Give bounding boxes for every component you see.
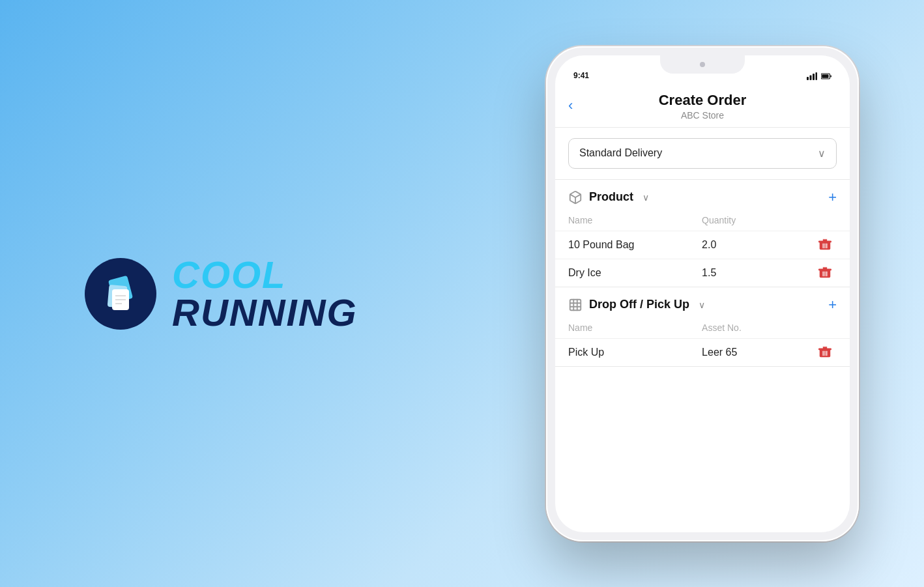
logo-cool-text: COOL	[172, 256, 358, 294]
product-icon	[568, 190, 583, 205]
logo-text: COOL RUNNING	[172, 256, 358, 332]
trash-icon	[818, 238, 832, 252]
product-table-header: Name Quantity	[555, 212, 850, 231]
dropoff-chevron-icon: ∨	[699, 300, 705, 310]
product-col-name: Name	[568, 215, 702, 225]
phone-mockup: 9:41 ‹ Create Order ABC Store Standard	[546, 46, 859, 541]
dropoff-add-button[interactable]: +	[828, 296, 837, 313]
product-section: Product ∨ + Name Quantity 10 Pound Bag	[555, 180, 850, 287]
dropoff-table-header: Name Asset No.	[555, 320, 850, 338]
dropoff-section-header: Drop Off / Pick Up ∨ +	[555, 287, 850, 320]
dropoff-section-left: Drop Off / Pick Up ∨	[568, 298, 705, 312]
dropoff-section-title: Drop Off / Pick Up	[589, 298, 689, 311]
dropoff-row-1: Pick Up Leer 65	[555, 338, 850, 366]
delivery-section: Standard Delivery ∨	[555, 128, 850, 180]
dropoff-row-1-asset: Leer 65	[702, 347, 813, 358]
svg-rect-12	[830, 75, 831, 77]
dropoff-section: Drop Off / Pick Up ∨ + Name Asset No. Pi…	[555, 287, 850, 367]
signal-icon	[807, 72, 817, 80]
product-row-2-delete[interactable]	[813, 266, 837, 280]
product-section-header: Product ∨ +	[555, 180, 850, 212]
phone-notch	[660, 55, 745, 74]
phone-shell: 9:41 ‹ Create Order ABC Store Standard	[546, 46, 859, 541]
logo-circle	[85, 258, 156, 330]
phone-screen: 9:41 ‹ Create Order ABC Store Standard	[555, 55, 850, 532]
product-col-quantity: Quantity	[702, 215, 813, 225]
product-row-2: Dry Ice 1.5	[555, 259, 850, 287]
svg-rect-8	[813, 74, 815, 80]
dropoff-row-1-name: Pick Up	[568, 347, 702, 358]
product-section-left: Product ∨	[568, 190, 649, 205]
product-row-1-delete[interactable]	[813, 238, 837, 252]
page-title: Create Order	[571, 92, 834, 109]
status-icons	[807, 72, 831, 80]
dropoff-col-name: Name	[568, 322, 702, 333]
time-display: 9:41	[573, 71, 589, 80]
product-row-2-name: Dry Ice	[568, 267, 702, 279]
dropoff-row-1-delete[interactable]	[813, 345, 837, 360]
svg-rect-26	[570, 299, 581, 310]
svg-rect-9	[816, 72, 818, 80]
product-row-1-qty: 2.0	[702, 239, 813, 251]
logo-running-text: RUNNING	[172, 294, 358, 332]
dropoff-col-asset: Asset No.	[702, 322, 813, 333]
back-button[interactable]: ‹	[568, 97, 573, 114]
logo-area: COOL RUNNING	[85, 256, 358, 332]
trash-icon-3	[818, 345, 832, 360]
page-header: ‹ Create Order ABC Store	[555, 84, 850, 128]
trash-icon-2	[818, 266, 832, 280]
logo-icon	[98, 271, 143, 317]
camera-dot	[700, 62, 705, 67]
delivery-dropdown[interactable]: Standard Delivery ∨	[568, 138, 837, 169]
svg-rect-11	[822, 74, 828, 78]
svg-rect-22	[818, 268, 831, 270]
product-row-2-qty: 1.5	[702, 267, 813, 279]
product-row-1-name: 10 Pound Bag	[568, 239, 702, 251]
svg-rect-16	[818, 240, 831, 242]
delivery-dropdown-text: Standard Delivery	[579, 147, 662, 159]
battery-icon	[821, 72, 831, 80]
chevron-down-icon: ∨	[818, 147, 826, 160]
app-content: ‹ Create Order ABC Store Standard Delive…	[555, 84, 850, 532]
product-row-1: 10 Pound Bag 2.0	[555, 231, 850, 259]
page-subtitle: ABC Store	[571, 110, 834, 121]
svg-rect-33	[818, 348, 831, 350]
product-add-button[interactable]: +	[828, 189, 837, 206]
svg-rect-6	[807, 77, 809, 80]
product-section-title: Product	[589, 190, 633, 204]
svg-rect-7	[810, 75, 812, 80]
dropoff-icon	[568, 298, 583, 312]
product-chevron-icon: ∨	[642, 192, 649, 203]
